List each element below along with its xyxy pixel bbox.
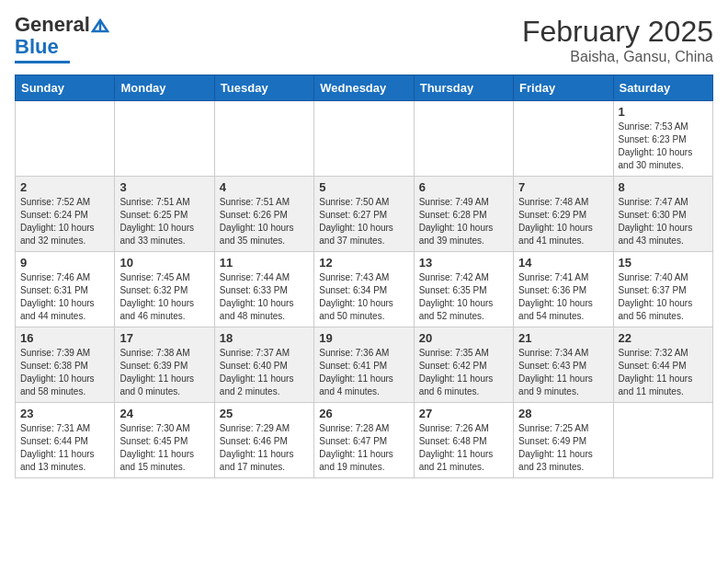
day-info: Sunrise: 7:39 AM Sunset: 6:38 PM Dayligh… — [20, 347, 109, 398]
day-info: Sunrise: 7:28 AM Sunset: 6:47 PM Dayligh… — [319, 422, 408, 474]
calendar-cell: 4Sunrise: 7:51 AM Sunset: 6:26 PM Daylig… — [214, 177, 313, 252]
calendar-title: February 2025 — [522, 15, 713, 49]
day-number: 6 — [419, 180, 508, 194]
calendar-cell: 16Sunrise: 7:39 AM Sunset: 6:38 PM Dayli… — [16, 327, 115, 403]
day-info: Sunrise: 7:25 AM Sunset: 6:49 PM Dayligh… — [518, 422, 608, 474]
day-info: Sunrise: 7:37 AM Sunset: 6:40 PM Dayligh… — [220, 347, 309, 398]
calendar-cell: 15Sunrise: 7:40 AM Sunset: 6:37 PM Dayli… — [613, 252, 712, 327]
day-info: Sunrise: 7:47 AM Sunset: 6:30 PM Dayligh… — [619, 196, 708, 247]
day-info: Sunrise: 7:31 AM Sunset: 6:44 PM Dayligh… — [20, 422, 109, 474]
calendar-table: SundayMondayTuesdayWednesdayThursdayFrid… — [15, 75, 713, 478]
weekday-header-sunday: Sunday — [16, 75, 115, 101]
calendar-cell: 27Sunrise: 7:26 AM Sunset: 6:48 PM Dayli… — [414, 403, 513, 478]
weekday-header-friday: Friday — [514, 75, 613, 101]
day-info: Sunrise: 7:36 AM Sunset: 6:41 PM Dayligh… — [319, 347, 408, 398]
day-number: 9 — [20, 256, 109, 270]
day-number: 20 — [419, 331, 508, 345]
day-number: 17 — [119, 331, 209, 345]
day-number: 25 — [220, 407, 309, 420]
day-number: 5 — [319, 180, 408, 194]
weekday-header-saturday: Saturday — [613, 75, 712, 101]
calendar-cell: 20Sunrise: 7:35 AM Sunset: 6:42 PM Dayli… — [414, 327, 513, 403]
week-row-2: 2Sunrise: 7:52 AM Sunset: 6:24 PM Daylig… — [16, 177, 713, 252]
calendar-cell: 2Sunrise: 7:52 AM Sunset: 6:24 PM Daylig… — [16, 177, 115, 252]
day-number: 2 — [20, 180, 109, 194]
calendar-cell — [115, 101, 214, 177]
day-number: 1 — [619, 105, 708, 119]
day-number: 24 — [119, 407, 209, 420]
logo-icon — [91, 18, 109, 33]
weekday-header-row: SundayMondayTuesdayWednesdayThursdayFrid… — [16, 75, 713, 101]
day-number: 13 — [419, 256, 508, 270]
calendar-cell: 26Sunrise: 7:28 AM Sunset: 6:47 PM Dayli… — [314, 403, 414, 478]
day-number: 18 — [220, 331, 309, 345]
day-info: Sunrise: 7:41 AM Sunset: 6:36 PM Dayligh… — [518, 271, 608, 323]
day-number: 3 — [119, 180, 209, 194]
calendar-cell: 22Sunrise: 7:32 AM Sunset: 6:44 PM Dayli… — [613, 327, 712, 403]
calendar-cell: 25Sunrise: 7:29 AM Sunset: 6:46 PM Dayli… — [214, 403, 313, 478]
calendar-cell: 9Sunrise: 7:46 AM Sunset: 6:31 PM Daylig… — [16, 252, 115, 327]
day-number: 21 — [518, 331, 608, 345]
calendar-cell: 7Sunrise: 7:48 AM Sunset: 6:29 PM Daylig… — [514, 177, 613, 252]
week-row-4: 16Sunrise: 7:39 AM Sunset: 6:38 PM Dayli… — [16, 327, 713, 403]
logo: General Blue — [15, 15, 109, 63]
day-info: Sunrise: 7:26 AM Sunset: 6:48 PM Dayligh… — [419, 422, 508, 474]
day-info: Sunrise: 7:50 AM Sunset: 6:27 PM Dayligh… — [319, 196, 408, 247]
day-number: 12 — [319, 256, 408, 270]
day-number: 27 — [419, 407, 508, 420]
day-number: 14 — [518, 256, 608, 270]
logo-underline — [15, 61, 70, 63]
calendar-cell — [214, 101, 313, 177]
calendar-cell: 8Sunrise: 7:47 AM Sunset: 6:30 PM Daylig… — [613, 177, 712, 252]
day-info: Sunrise: 7:38 AM Sunset: 6:39 PM Dayligh… — [119, 347, 209, 398]
day-info: Sunrise: 7:51 AM Sunset: 6:25 PM Dayligh… — [119, 196, 209, 247]
calendar-cell: 18Sunrise: 7:37 AM Sunset: 6:40 PM Dayli… — [214, 327, 313, 403]
weekday-header-thursday: Thursday — [414, 75, 513, 101]
week-row-5: 23Sunrise: 7:31 AM Sunset: 6:44 PM Dayli… — [16, 403, 713, 478]
calendar-cell: 3Sunrise: 7:51 AM Sunset: 6:25 PM Daylig… — [115, 177, 214, 252]
weekday-header-tuesday: Tuesday — [214, 75, 313, 101]
day-number: 4 — [220, 180, 309, 194]
title-block: February 2025 Baisha, Gansu, China — [522, 15, 713, 65]
day-info: Sunrise: 7:53 AM Sunset: 6:23 PM Dayligh… — [619, 121, 708, 172]
calendar-cell: 28Sunrise: 7:25 AM Sunset: 6:49 PM Dayli… — [514, 403, 613, 478]
week-row-3: 9Sunrise: 7:46 AM Sunset: 6:31 PM Daylig… — [16, 252, 713, 327]
day-info: Sunrise: 7:30 AM Sunset: 6:45 PM Dayligh… — [119, 422, 209, 474]
day-info: Sunrise: 7:49 AM Sunset: 6:28 PM Dayligh… — [419, 196, 508, 247]
calendar-cell: 13Sunrise: 7:42 AM Sunset: 6:35 PM Dayli… — [414, 252, 513, 327]
calendar-cell: 12Sunrise: 7:43 AM Sunset: 6:34 PM Dayli… — [314, 252, 414, 327]
day-info: Sunrise: 7:48 AM Sunset: 6:29 PM Dayligh… — [518, 196, 608, 247]
day-number: 19 — [319, 331, 408, 345]
day-number: 22 — [619, 331, 708, 345]
day-number: 7 — [518, 180, 608, 194]
calendar-cell — [613, 403, 712, 478]
day-number: 26 — [319, 407, 408, 420]
calendar-cell — [314, 101, 414, 177]
day-info: Sunrise: 7:34 AM Sunset: 6:43 PM Dayligh… — [518, 347, 608, 398]
logo-text: General — [15, 15, 109, 35]
week-row-1: 1Sunrise: 7:53 AM Sunset: 6:23 PM Daylig… — [16, 101, 713, 177]
day-info: Sunrise: 7:44 AM Sunset: 6:33 PM Dayligh… — [220, 271, 309, 323]
day-info: Sunrise: 7:40 AM Sunset: 6:37 PM Dayligh… — [619, 271, 708, 323]
calendar-cell: 21Sunrise: 7:34 AM Sunset: 6:43 PM Dayli… — [514, 327, 613, 403]
calendar-subtitle: Baisha, Gansu, China — [522, 49, 713, 65]
day-number: 23 — [20, 407, 109, 420]
day-info: Sunrise: 7:35 AM Sunset: 6:42 PM Dayligh… — [419, 347, 508, 398]
day-number: 8 — [619, 180, 708, 194]
calendar-cell: 10Sunrise: 7:45 AM Sunset: 6:32 PM Dayli… — [115, 252, 214, 327]
logo-blue: Blue — [15, 35, 59, 58]
weekday-header-wednesday: Wednesday — [314, 75, 414, 101]
day-number: 10 — [119, 256, 209, 270]
calendar-cell: 6Sunrise: 7:49 AM Sunset: 6:28 PM Daylig… — [414, 177, 513, 252]
day-info: Sunrise: 7:43 AM Sunset: 6:34 PM Dayligh… — [319, 271, 408, 323]
calendar-cell: 1Sunrise: 7:53 AM Sunset: 6:23 PM Daylig… — [613, 101, 712, 177]
calendar-cell: 14Sunrise: 7:41 AM Sunset: 6:36 PM Dayli… — [514, 252, 613, 327]
day-info: Sunrise: 7:51 AM Sunset: 6:26 PM Dayligh… — [220, 196, 309, 247]
day-info: Sunrise: 7:45 AM Sunset: 6:32 PM Dayligh… — [119, 271, 209, 323]
day-info: Sunrise: 7:52 AM Sunset: 6:24 PM Dayligh… — [20, 196, 109, 247]
calendar-cell — [16, 101, 115, 177]
day-info: Sunrise: 7:42 AM Sunset: 6:35 PM Dayligh… — [419, 271, 508, 323]
day-info: Sunrise: 7:32 AM Sunset: 6:44 PM Dayligh… — [619, 347, 708, 398]
day-info: Sunrise: 7:46 AM Sunset: 6:31 PM Dayligh… — [20, 271, 109, 323]
calendar-cell: 11Sunrise: 7:44 AM Sunset: 6:33 PM Dayli… — [214, 252, 313, 327]
